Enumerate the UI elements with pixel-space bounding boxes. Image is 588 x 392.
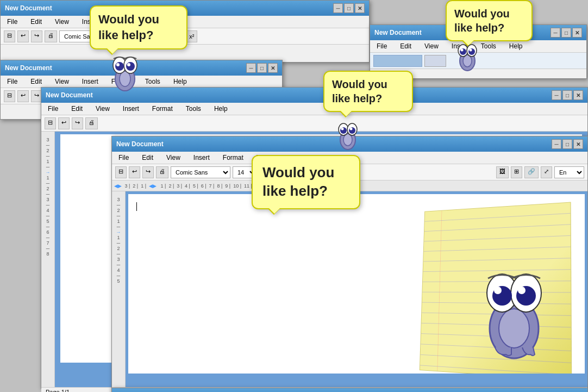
menu-edit-3[interactable]: Edit — [26, 77, 46, 86]
window-title-2: New Document — [374, 29, 422, 36]
close-button-2[interactable]: ✕ — [572, 28, 582, 38]
clippy-3 — [329, 117, 367, 154]
lang-select-5[interactable]: En — [554, 166, 584, 178]
print-btn-5[interactable]: 🖨 — [156, 166, 168, 178]
maximize-button-3[interactable]: □ — [257, 63, 267, 73]
print-btn-4[interactable]: 🖨 — [85, 117, 98, 129]
super-btn-1[interactable]: x² — [186, 30, 197, 42]
print-btn-1[interactable]: 🖨 — [45, 30, 57, 42]
menu-view-1[interactable]: View — [51, 17, 73, 27]
doc-area-5: 3─ 2─ 1─ → 1─ 2─ 3─ 4─ 5 — [112, 191, 587, 387]
clippy-1 — [101, 49, 149, 94]
speech-bubble-3: Would you like help? — [323, 71, 413, 112]
menu-help-4[interactable]: Help — [210, 104, 232, 114]
menu-edit-4[interactable]: Edit — [67, 104, 87, 114]
window-controls-3: ─ □ ✕ — [246, 63, 278, 73]
svg-point-33 — [499, 309, 529, 348]
window-6: New Document — [111, 388, 588, 392]
menu-file-1[interactable]: File — [3, 17, 22, 27]
toolbar-icon-5[interactable]: ⊟ — [115, 166, 127, 178]
table-btn-5[interactable]: ⊞ — [511, 166, 522, 178]
window-controls-1: ─ □ ✕ — [333, 3, 365, 13]
menu-file-3[interactable]: File — [3, 77, 22, 86]
menu-edit-1[interactable]: Edit — [26, 17, 46, 27]
minimize-button-2[interactable]: ─ — [551, 28, 560, 38]
menu-file-2[interactable]: File — [372, 41, 391, 51]
maximize-button-1[interactable]: □ — [344, 3, 354, 13]
menu-insert-5[interactable]: Insert — [189, 153, 214, 163]
window-title-3: New Document — [5, 64, 52, 72]
speech-bubble-main: Would you like help? — [252, 155, 360, 209]
close-button-5[interactable]: ✕ — [573, 139, 583, 149]
undo-btn-4[interactable]: ↩ — [58, 117, 70, 129]
menu-help-2[interactable]: Help — [505, 41, 527, 51]
menu-view-5[interactable]: View — [162, 153, 185, 163]
font-selector-5[interactable]: Comic Sans — [171, 166, 230, 178]
undo-btn-1[interactable]: ↩ — [17, 30, 29, 42]
svg-point-22 — [341, 128, 344, 130]
toolbar-icon-3[interactable]: ⊟ — [4, 90, 15, 102]
svg-point-6 — [116, 63, 120, 66]
help-text-main: Would you like help? — [262, 164, 334, 199]
expand-btn-5[interactable]: ⤢ — [541, 166, 552, 178]
redo-btn-4[interactable]: ↪ — [72, 117, 83, 129]
svg-point-15 — [470, 49, 472, 52]
minimize-button-3[interactable]: ─ — [246, 63, 256, 73]
svg-point-5 — [126, 62, 135, 71]
text-cursor — [136, 202, 137, 213]
menu-view-4[interactable]: View — [91, 104, 114, 114]
menu-insert-4[interactable]: Insert — [118, 104, 143, 114]
window-controls-2: ─ □ ✕ — [551, 28, 582, 38]
toolbar-icon-4[interactable]: ⊟ — [45, 117, 56, 129]
maximize-button-2[interactable]: □ — [561, 28, 571, 38]
minimize-button-1[interactable]: ─ — [333, 3, 343, 13]
menu-tools-4[interactable]: Tools — [182, 104, 205, 114]
window-controls-4: ─ □ ✕ — [552, 90, 583, 100]
minimize-button-5[interactable]: ─ — [552, 139, 561, 149]
toolbar-4: ⊟ ↩ ↪ 🖨 — [41, 115, 587, 132]
speech-bubble-1: Would you like help? — [90, 5, 187, 49]
side-ruler-5: 3─ 2─ 1─ → 1─ 2─ 3─ 4─ 5 — [112, 191, 126, 387]
menu-view-2[interactable]: View — [420, 41, 443, 51]
menu-format-5[interactable]: Format — [218, 153, 248, 163]
title-bar-6: New Document — [112, 388, 587, 392]
svg-point-38 — [494, 287, 502, 294]
toolbar-icon-1[interactable]: ⊟ — [4, 30, 15, 42]
help-text-2: Would you like help? — [454, 8, 510, 34]
menu-edit-2[interactable]: Edit — [396, 41, 416, 51]
close-button-3[interactable]: ✕ — [268, 63, 278, 73]
menu-file-4[interactable]: File — [43, 104, 62, 114]
close-button-1[interactable]: ✕ — [355, 3, 365, 13]
window-controls-5: ─ □ ✕ — [552, 139, 583, 149]
menu-insert-3[interactable]: Insert — [78, 77, 103, 86]
img-btn-5[interactable]: 🖼 — [496, 166, 509, 178]
link-btn-5[interactable]: 🔗 — [524, 166, 539, 178]
menu-view-3[interactable]: View — [51, 77, 73, 86]
undo-btn-5[interactable]: ↩ — [129, 166, 140, 178]
svg-point-7 — [127, 63, 130, 66]
window-title-4: New Document — [46, 91, 93, 99]
minimize-button-4[interactable]: ─ — [552, 90, 561, 100]
side-ruler-4: 3─ 2─ 1─ → 1─ 2─ 3─ 4─ 5─ 6─ 7─ 8 — [41, 132, 55, 387]
redo-btn-5[interactable]: ↪ — [142, 166, 154, 178]
menu-file-5[interactable]: File — [114, 153, 133, 163]
maximize-button-4[interactable]: □ — [562, 90, 572, 100]
maximize-button-5[interactable]: □ — [562, 139, 572, 149]
svg-point-14 — [461, 49, 464, 52]
close-button-4[interactable]: ✕ — [573, 90, 583, 100]
clippy-2 — [448, 38, 486, 75]
menu-edit-5[interactable]: Edit — [137, 153, 158, 163]
undo-btn-3[interactable]: ↩ — [17, 90, 29, 102]
speech-bubble-2: Would you like help? — [446, 0, 533, 41]
window-title-1: New Document — [5, 4, 52, 12]
window-title-5: New Document — [116, 140, 164, 148]
menu-format-4[interactable]: Format — [148, 104, 177, 114]
svg-point-23 — [350, 128, 353, 130]
help-text-3: Would you like help? — [332, 78, 387, 104]
redo-btn-1[interactable]: ↪ — [31, 30, 42, 42]
menu-help-3[interactable]: Help — [169, 77, 191, 86]
clippy-main — [465, 252, 563, 363]
menu-bar-4: File Edit View Insert Format Tools Help — [41, 103, 587, 115]
svg-point-39 — [518, 287, 526, 294]
help-text-1: Would you like help? — [98, 13, 159, 42]
